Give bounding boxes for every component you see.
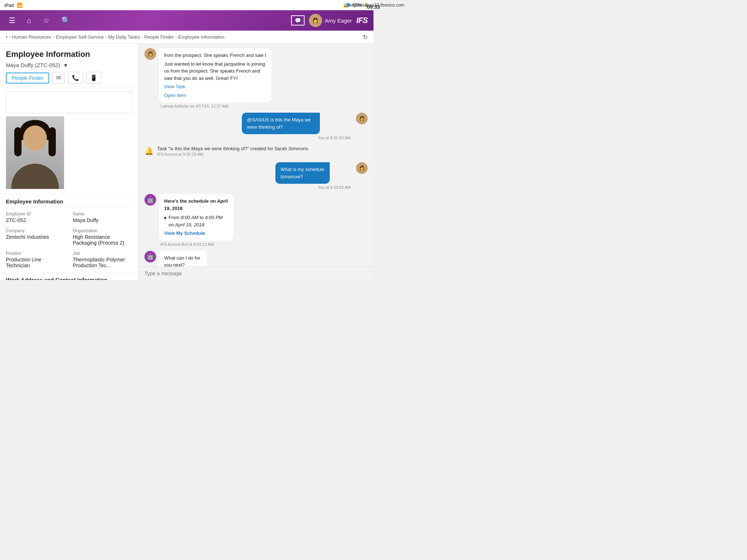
chat-message-2: 👩 @SASIUS is this the Maya we were think… <box>144 113 368 140</box>
open-item-link[interactable]: Open item <box>164 92 266 99</box>
schedule-bullet: From 8:00 AM to 4:00 PM on April 19, 201… <box>164 214 228 228</box>
chat-message-5: 🤖 Here's the schedule on April 19, 2018 … <box>144 194 368 246</box>
msg-bubble-6: What can I do for you next? <box>159 251 207 267</box>
robot-icon: 🤖 <box>147 197 154 203</box>
person-silhouette <box>6 116 64 189</box>
chat-notification-1: 🔔 Task "is this the Maya we were thinkin… <box>144 144 368 158</box>
breadcrumb-item-mdt[interactable]: My Daily Tasks <box>108 34 140 40</box>
field-employee-id: Employee ID ZTC-052 <box>6 211 66 223</box>
info-section-title: Employee Information <box>6 198 132 207</box>
user-avatar: 👩 <box>309 14 322 27</box>
chat-messages: 👩 from the prospect. She speaks French a… <box>139 44 374 267</box>
notif-text-1: Task "is this the Maya we were thinking … <box>157 146 308 151</box>
msg-text-1-preview: from the prospect. She speaks French and… <box>164 52 266 59</box>
user-name: Amy Eager <box>325 18 352 24</box>
breadcrumb-dot: • <box>6 34 8 40</box>
search-icon[interactable]: 🔍 <box>58 13 73 28</box>
view-schedule-link[interactable]: View My Schedule <box>164 230 228 237</box>
main-layout: Employee Information Maya Duffy (ZTC-052… <box>0 44 374 280</box>
msg-meta-5: IFS Aurena Bot at 9:33:12 AM. <box>159 242 265 246</box>
breadcrumb-item-ess[interactable]: Employee Self-Service <box>56 34 104 40</box>
chat-input[interactable] <box>144 271 368 276</box>
msg-avatar-2: 👩 <box>356 113 368 124</box>
msg-bubble-2: @SASIUS is this the Maya we were thinkin… <box>242 113 320 134</box>
bot-avatar-1: 🤖 <box>144 194 156 206</box>
robot-icon-2: 🤖 <box>147 253 154 260</box>
schedule-title: Here's the schedule on April 19, 2018 <box>164 198 228 212</box>
refresh-icon[interactable]: ↻ <box>363 34 368 40</box>
chat-message-6: 🤖 What can I do for you next? IFS Aurena… <box>144 251 368 267</box>
work-address-header: Work Address and Contact Information <box>0 273 138 280</box>
chat-message-1: 👩 from the prospect. She speaks French a… <box>144 48 368 108</box>
bot-avatar-2: 🤖 <box>144 251 156 262</box>
home-icon[interactable]: ⌂ <box>24 13 34 28</box>
chat-toggle-icon[interactable]: 💬 <box>291 15 305 26</box>
msg-avatar-1: 👩 <box>144 48 156 60</box>
nav-right: 💬 👩 Amy Eager IFS <box>291 14 368 27</box>
employee-header: Employee Information Maya Duffy (ZTC-052… <box>0 44 138 87</box>
dropdown-arrow-icon[interactable]: ▼ <box>63 62 68 68</box>
left-panel: Employee Information Maya Duffy (ZTC-052… <box>0 44 139 280</box>
chat-message-4: 👩 What is my schedule tomorrow? You at 9… <box>144 162 368 190</box>
msg-bubble-1: from the prospect. She speaks French and… <box>159 48 271 102</box>
breadcrumb-item-hr[interactable]: Human Resources <box>12 34 51 40</box>
hamburger-icon[interactable]: ☰ <box>6 13 18 28</box>
employee-title-row: Employee Information Maya Duffy (ZTC-052… <box>6 50 132 68</box>
status-bar: iPad 📶 🔒 keynoteapps10.ifswoco.com 09:33… <box>0 0 374 10</box>
status-bar-center: 🔒 keynoteapps10.ifswoco.com 09:33 <box>342 3 374 8</box>
photo-placeholder-bar <box>6 92 132 113</box>
msg-bubble-5: Here's the schedule on April 19, 2018 Fr… <box>159 194 233 241</box>
info-section: Employee Information Employee ID ZTC-052… <box>0 194 138 273</box>
photo-section <box>0 87 138 194</box>
email-icon-button[interactable]: ✉ <box>52 72 65 84</box>
msg-text-1-full: Just wanted to let know that jacqueline … <box>164 61 266 82</box>
ifs-logo: IFS <box>356 16 368 25</box>
wifi-icon: 📶 <box>17 3 23 8</box>
msg-meta-4: You at 9:33:03 AM. <box>275 185 353 190</box>
page-title: Employee Information <box>6 50 90 59</box>
chat-input-bar <box>139 267 374 280</box>
people-finder-button[interactable]: People Finder <box>6 73 49 83</box>
employee-name: Maya Duffy (ZTC-052) <box>6 62 60 68</box>
msg-meta-2: You at 9:31:53 AM. <box>242 136 353 140</box>
status-bar-left: iPad 📶 <box>4 3 23 8</box>
time-display: 09:33 <box>367 4 374 10</box>
field-position: Position Production Line Technician <box>6 251 66 268</box>
device-label: iPad <box>4 3 14 8</box>
msg-meta-1: Lalinda Adihetty on 4/17/18, 11:37 AM. <box>159 104 320 108</box>
star-icon[interactable]: ☆ <box>40 13 53 28</box>
lock-icon: 🔒 <box>342 3 348 8</box>
field-organization: Organization High Resistance Packaging (… <box>73 228 133 246</box>
breadcrumb: • › Human Resources › Employee Self-Serv… <box>0 31 374 44</box>
employee-photo <box>6 116 64 189</box>
user-info: 👩 Amy Eager <box>309 14 352 27</box>
breadcrumb-item-pf[interactable]: People Finder <box>144 34 174 40</box>
mobile-icon-button[interactable]: 📱 <box>86 72 101 84</box>
notif-meta-1: IFS Aurena at 9:32:20 AM. <box>157 152 308 156</box>
top-nav: ☰ ⌂ ☆ 🔍 💬 👩 Amy Eager IFS <box>0 10 374 31</box>
bell-icon: 🔔 <box>144 147 154 155</box>
field-name: Name Maya Duffy <box>73 211 133 223</box>
breadcrumb-item-ei[interactable]: Employee Information <box>178 34 224 40</box>
msg-bubble-4: What is my schedule tomorrow? <box>275 162 330 184</box>
view-task-link[interactable]: View Task <box>164 83 266 90</box>
chat-panel: 👩 from the prospect. She speaks French a… <box>139 44 374 280</box>
info-grid: Employee ID ZTC-052 Name Maya Duffy Comp… <box>6 211 132 268</box>
action-bar: People Finder ✉ 📞 📱 <box>6 72 132 84</box>
msg-avatar-4: 👩 <box>356 162 368 174</box>
field-job: Job Thermoplastic Polymer Production Tec… <box>73 251 133 268</box>
face-shape <box>23 125 47 151</box>
field-company: Company Zentechi Industries <box>6 228 66 246</box>
phone-icon-button[interactable]: 📞 <box>68 72 83 84</box>
